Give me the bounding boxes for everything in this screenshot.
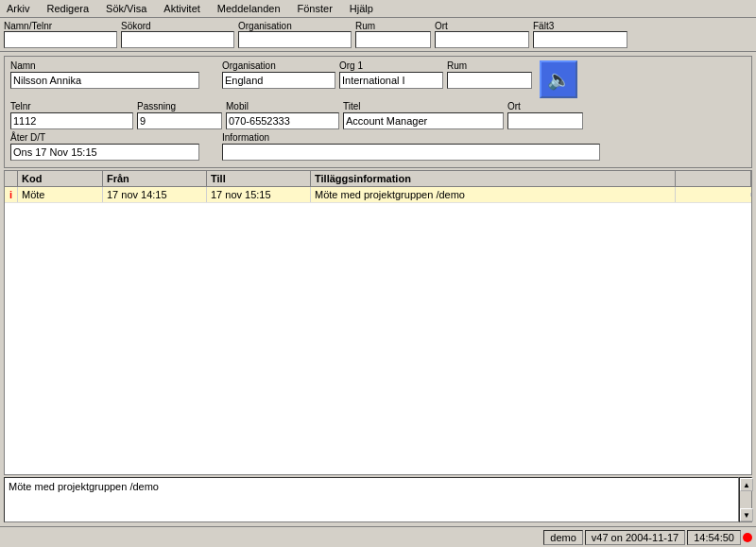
activities-table: Kod Från Till Tilläggsinformation i Möte… (4, 170, 752, 475)
scroll-up-btn[interactable]: ▲ (740, 478, 753, 491)
form-row-2: Telnr Passning Mobil Titel Ort (10, 101, 746, 129)
status-time: 14:54:50 (687, 530, 741, 545)
row-fran: 17 nov 14:15 (103, 187, 207, 202)
search-ort-group: Ort (435, 21, 529, 48)
rum-label: Rum (447, 60, 532, 71)
menubar: Arkiv Redigera Sök/Visa Aktivitet Meddel… (0, 0, 756, 18)
row-till: 17 nov 15:15 (207, 187, 311, 202)
information-input[interactable] (222, 144, 600, 161)
menu-aktivitet[interactable]: Aktivitet (161, 2, 203, 15)
search-rum-group: Rum (355, 21, 431, 48)
status-indicator-dot (743, 533, 752, 542)
organisation-group: Organisation (222, 60, 335, 89)
bottom-area: Möte med projektgruppen /demo ▲ ▼ (4, 477, 752, 522)
row-indicator: i (5, 187, 18, 202)
search-falt3-group: Fält3 (533, 21, 627, 48)
passning-label: Passning (137, 101, 222, 111)
blue-action-button[interactable]: 🔈 (540, 60, 577, 98)
bottom-text: Möte med projektgruppen /demo (4, 477, 739, 522)
th-tillagg: Tilläggsinformation (311, 171, 676, 186)
ater-dt-input[interactable] (10, 144, 199, 161)
form-row-1: Namn Organisation Org 1 Rum 🔈 (10, 60, 746, 98)
search-rum-input[interactable] (355, 31, 431, 48)
menu-arkiv[interactable]: Arkiv (4, 2, 32, 15)
organisation-label: Organisation (222, 60, 335, 71)
mobil-input[interactable] (226, 112, 339, 129)
speaker-icon: 🔈 (547, 68, 571, 91)
search-falt3-label: Fält3 (533, 21, 627, 31)
rum-input[interactable] (447, 72, 532, 89)
rum-group: Rum (447, 60, 532, 89)
namn-label: Namn (10, 60, 199, 71)
menu-sokVisa[interactable]: Sök/Visa (103, 2, 149, 15)
status-bar: demo v47 on 2004-11-17 14:54:50 (0, 526, 756, 547)
ort-group: Ort (507, 101, 583, 129)
org1-input[interactable] (339, 72, 443, 89)
th-extra (676, 171, 751, 186)
titel-label: Titel (343, 101, 504, 111)
search-toolbar: Namn/Telnr Sökord Organisation Rum Ort F… (0, 18, 756, 52)
ort-label: Ort (507, 101, 583, 111)
menu-redigera[interactable]: Redigera (43, 2, 92, 15)
search-ort-label: Ort (435, 21, 529, 31)
search-namn-group: Namn/Telnr (4, 21, 117, 48)
organisation-input[interactable] (222, 72, 335, 89)
search-falt3-input[interactable] (533, 31, 627, 48)
main-content: Namn Organisation Org 1 Rum 🔈 Telnr (0, 52, 756, 526)
search-namn-label: Namn/Telnr (4, 21, 117, 31)
search-namn-input[interactable] (4, 31, 117, 48)
search-sokord-label: Sökord (121, 21, 234, 31)
mobil-group: Mobil (226, 101, 339, 129)
menu-hjalp[interactable]: Hjälp (347, 2, 376, 15)
row-tillagg: Möte med projektgruppen /demo (311, 187, 676, 202)
telnr-group: Telnr (10, 101, 133, 129)
search-rum-label: Rum (355, 21, 431, 31)
information-group: Information (222, 132, 600, 161)
mobil-label: Mobil (226, 101, 339, 111)
information-label: Information (222, 132, 600, 143)
ort-input[interactable] (507, 112, 583, 129)
org1-label: Org 1 (339, 60, 443, 71)
ater-dt-group: Åter D/T (10, 132, 199, 161)
status-demo: demo (543, 530, 583, 545)
person-info-section: Namn Organisation Org 1 Rum 🔈 Telnr (4, 56, 752, 168)
search-ort-input[interactable] (435, 31, 529, 48)
status-version: v47 on 2004-11-17 (585, 530, 685, 545)
form-row-3: Åter D/T Information (10, 132, 746, 161)
menu-fonster[interactable]: Fönster (295, 2, 335, 15)
ater-dt-label: Åter D/T (10, 132, 199, 143)
th-indicator (5, 171, 18, 186)
namn-group: Namn (10, 60, 199, 89)
telnr-input[interactable] (10, 112, 133, 129)
namn-input[interactable] (10, 72, 199, 89)
table-empty-area (5, 203, 751, 474)
search-sokord-input[interactable] (121, 31, 234, 48)
titel-group: Titel (343, 101, 504, 129)
search-org-group: Organisation (238, 21, 352, 48)
passning-input[interactable] (137, 112, 222, 129)
org1-group: Org 1 (339, 60, 443, 89)
titel-input[interactable] (343, 112, 504, 129)
telnr-label: Telnr (10, 101, 133, 111)
row-extra (676, 193, 751, 197)
row-kod: Möte (18, 187, 103, 202)
table-row[interactable]: i Möte 17 nov 14:15 17 nov 15:15 Möte me… (5, 187, 751, 203)
th-fran: Från (103, 171, 207, 186)
menu-meddelanden[interactable]: Meddelanden (215, 2, 284, 15)
search-org-label: Organisation (238, 21, 352, 31)
scroll-down-btn[interactable]: ▼ (740, 508, 753, 521)
search-sokord-group: Sökord (121, 21, 234, 48)
th-kod: Kod (18, 171, 103, 186)
bottom-scrollbar[interactable]: ▲ ▼ (739, 477, 752, 522)
table-header: Kod Från Till Tilläggsinformation (5, 171, 751, 187)
search-org-input[interactable] (238, 31, 352, 48)
th-till: Till (207, 171, 311, 186)
passning-group: Passning (137, 101, 222, 129)
